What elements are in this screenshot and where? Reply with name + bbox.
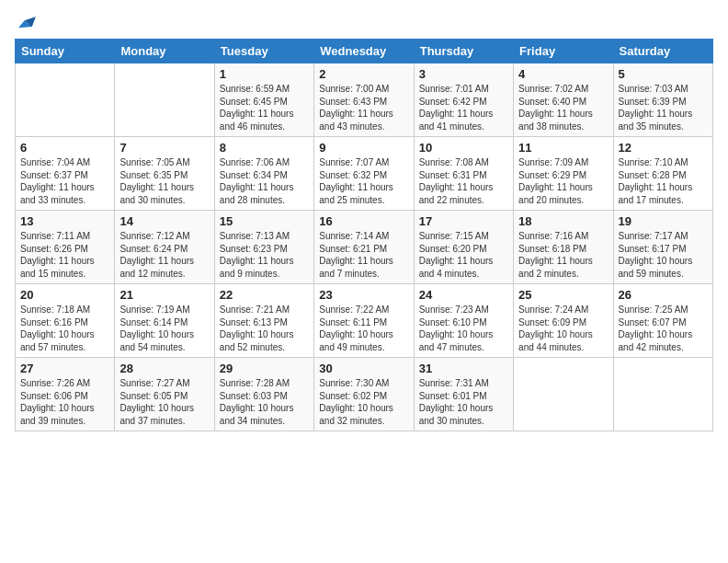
calendar-cell: 1Sunrise: 6:59 AM Sunset: 6:45 PM Daylig… [214,63,313,137]
calendar-cell: 7Sunrise: 7:05 AM Sunset: 6:35 PM Daylig… [115,137,214,211]
calendar-cell: 5Sunrise: 7:03 AM Sunset: 6:39 PM Daylig… [613,63,712,137]
day-of-week-header-row: SundayMondayTuesdayWednesdayThursdayFrid… [16,40,713,63]
calendar-cell [514,358,613,431]
cell-info: Sunrise: 7:03 AM Sunset: 6:39 PM Dayligh… [619,83,708,132]
cell-info: Sunrise: 7:31 AM Sunset: 6:01 PM Dayligh… [419,377,508,427]
cell-info: Sunrise: 7:07 AM Sunset: 6:32 PM Dayligh… [319,156,408,206]
cell-info: Sunrise: 7:04 AM Sunset: 6:37 PM Dayligh… [20,156,109,206]
dow-header-sunday: Sunday [16,40,115,63]
calendar-cell: 14Sunrise: 7:12 AM Sunset: 6:24 PM Dayli… [115,211,214,284]
day-number: 17 [419,214,508,228]
day-number: 29 [220,362,309,375]
dow-header-saturday: Saturday [613,40,712,63]
logo [15,15,37,31]
cell-info: Sunrise: 7:30 AM Sunset: 6:02 PM Dayligh… [319,377,408,427]
cell-info: Sunrise: 7:10 AM Sunset: 6:28 PM Dayligh… [619,156,708,206]
dow-header-thursday: Thursday [414,40,513,63]
cell-info: Sunrise: 7:06 AM Sunset: 6:34 PM Dayligh… [220,156,309,206]
day-number: 7 [119,141,209,155]
dow-header-friday: Friday [514,40,613,63]
cell-info: Sunrise: 7:11 AM Sunset: 6:26 PM Dayligh… [20,230,109,280]
cell-info: Sunrise: 7:13 AM Sunset: 6:23 PM Dayligh… [220,230,309,280]
calendar-cell: 21Sunrise: 7:19 AM Sunset: 6:14 PM Dayli… [115,284,214,358]
calendar-week-1: 6Sunrise: 7:04 AM Sunset: 6:37 PM Daylig… [16,137,713,211]
page-header [15,15,713,31]
dow-header-monday: Monday [115,40,214,63]
day-number: 31 [419,362,508,375]
calendar-cell: 15Sunrise: 7:13 AM Sunset: 6:23 PM Dayli… [214,211,313,284]
calendar-cell: 4Sunrise: 7:02 AM Sunset: 6:40 PM Daylig… [514,63,613,137]
cell-info: Sunrise: 7:27 AM Sunset: 6:05 PM Dayligh… [119,377,209,427]
calendar-cell: 24Sunrise: 7:23 AM Sunset: 6:10 PM Dayli… [414,284,513,358]
cell-info: Sunrise: 7:17 AM Sunset: 6:17 PM Dayligh… [619,230,708,280]
cell-info: Sunrise: 7:16 AM Sunset: 6:18 PM Dayligh… [518,230,608,280]
logo-bird-icon [18,15,37,31]
cell-info: Sunrise: 7:05 AM Sunset: 6:35 PM Dayligh… [119,156,209,206]
cell-info: Sunrise: 7:26 AM Sunset: 6:06 PM Dayligh… [20,377,109,427]
calendar-cell: 17Sunrise: 7:15 AM Sunset: 6:20 PM Dayli… [414,211,513,284]
day-number: 4 [518,67,608,81]
calendar-cell: 29Sunrise: 7:28 AM Sunset: 6:03 PM Dayli… [214,358,313,431]
cell-info: Sunrise: 7:23 AM Sunset: 6:10 PM Dayligh… [419,304,508,353]
calendar-table: SundayMondayTuesdayWednesdayThursdayFrid… [15,39,713,431]
day-number: 2 [319,67,408,81]
day-number: 14 [119,214,209,228]
day-number: 13 [20,214,109,228]
cell-info: Sunrise: 7:19 AM Sunset: 6:14 PM Dayligh… [119,304,209,353]
calendar-cell: 25Sunrise: 7:24 AM Sunset: 6:09 PM Dayli… [514,284,613,358]
day-number: 11 [518,141,608,155]
day-number: 3 [419,67,508,81]
calendar-cell: 9Sunrise: 7:07 AM Sunset: 6:32 PM Daylig… [314,137,414,211]
calendar-cell: 3Sunrise: 7:01 AM Sunset: 6:42 PM Daylig… [414,63,513,137]
calendar-cell: 20Sunrise: 7:18 AM Sunset: 6:16 PM Dayli… [16,284,115,358]
day-number: 18 [518,214,608,228]
calendar-cell: 2Sunrise: 7:00 AM Sunset: 6:43 PM Daylig… [314,63,414,137]
day-number: 26 [619,288,708,302]
cell-info: Sunrise: 7:12 AM Sunset: 6:24 PM Dayligh… [119,230,209,280]
calendar-cell: 22Sunrise: 7:21 AM Sunset: 6:13 PM Dayli… [214,284,313,358]
calendar-cell: 18Sunrise: 7:16 AM Sunset: 6:18 PM Dayli… [514,211,613,284]
cell-info: Sunrise: 7:25 AM Sunset: 6:07 PM Dayligh… [619,304,708,353]
calendar-cell: 30Sunrise: 7:30 AM Sunset: 6:02 PM Dayli… [314,358,414,431]
cell-info: Sunrise: 6:59 AM Sunset: 6:45 PM Dayligh… [220,83,309,132]
cell-info: Sunrise: 7:24 AM Sunset: 6:09 PM Dayligh… [518,304,608,353]
calendar-week-2: 13Sunrise: 7:11 AM Sunset: 6:26 PM Dayli… [16,211,713,284]
calendar-week-3: 20Sunrise: 7:18 AM Sunset: 6:16 PM Dayli… [16,284,713,358]
calendar-cell [115,63,214,137]
calendar-cell: 10Sunrise: 7:08 AM Sunset: 6:31 PM Dayli… [414,137,513,211]
calendar-cell [613,358,712,431]
day-number: 5 [619,67,708,81]
cell-info: Sunrise: 7:22 AM Sunset: 6:11 PM Dayligh… [319,304,408,353]
day-number: 10 [419,141,508,155]
calendar-cell: 16Sunrise: 7:14 AM Sunset: 6:21 PM Dayli… [314,211,414,284]
cell-info: Sunrise: 7:28 AM Sunset: 6:03 PM Dayligh… [220,377,309,427]
day-number: 19 [619,214,708,228]
cell-info: Sunrise: 7:00 AM Sunset: 6:43 PM Dayligh… [319,83,408,132]
day-number: 16 [319,214,408,228]
day-number: 23 [319,288,408,302]
day-number: 28 [119,362,209,375]
day-number: 24 [419,288,508,302]
calendar-cell: 31Sunrise: 7:31 AM Sunset: 6:01 PM Dayli… [414,358,513,431]
cell-info: Sunrise: 7:01 AM Sunset: 6:42 PM Dayligh… [419,83,508,132]
calendar-cell: 13Sunrise: 7:11 AM Sunset: 6:26 PM Dayli… [16,211,115,284]
calendar-cell: 12Sunrise: 7:10 AM Sunset: 6:28 PM Dayli… [613,137,712,211]
dow-header-wednesday: Wednesday [314,40,414,63]
day-number: 1 [220,67,309,81]
day-number: 30 [319,362,408,375]
calendar-cell: 6Sunrise: 7:04 AM Sunset: 6:37 PM Daylig… [16,137,115,211]
day-number: 22 [220,288,309,302]
day-number: 27 [20,362,109,375]
cell-info: Sunrise: 7:21 AM Sunset: 6:13 PM Dayligh… [220,304,309,353]
cell-info: Sunrise: 7:02 AM Sunset: 6:40 PM Dayligh… [518,83,608,132]
calendar-cell: 28Sunrise: 7:27 AM Sunset: 6:05 PM Dayli… [115,358,214,431]
day-number: 15 [220,214,309,228]
day-number: 6 [20,141,109,155]
day-number: 21 [119,288,209,302]
calendar-cell: 11Sunrise: 7:09 AM Sunset: 6:29 PM Dayli… [514,137,613,211]
cell-info: Sunrise: 7:09 AM Sunset: 6:29 PM Dayligh… [518,156,608,206]
calendar-body: 1Sunrise: 6:59 AM Sunset: 6:45 PM Daylig… [16,63,713,431]
calendar-cell [16,63,115,137]
calendar-cell: 8Sunrise: 7:06 AM Sunset: 6:34 PM Daylig… [214,137,313,211]
day-number: 12 [619,141,708,155]
